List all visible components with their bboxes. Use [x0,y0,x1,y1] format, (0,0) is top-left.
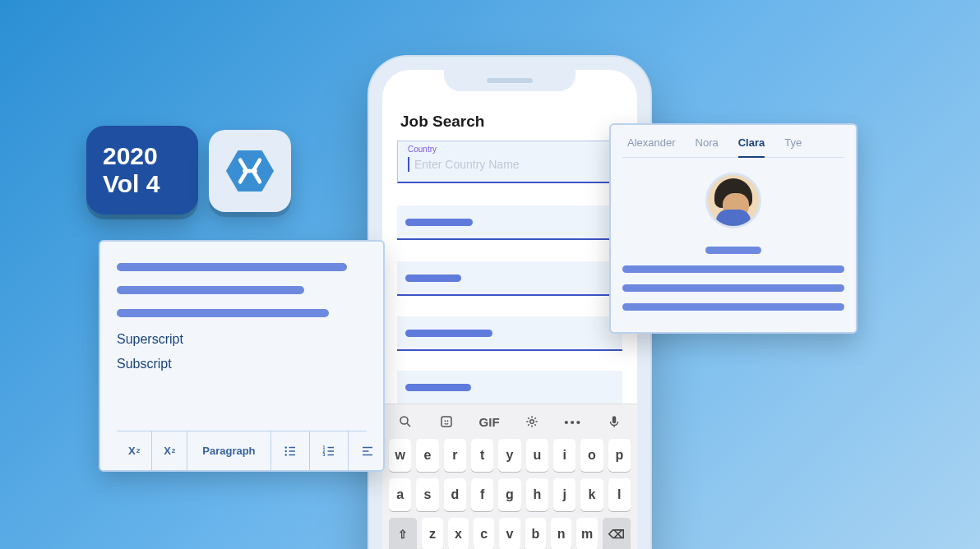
badge-year: 2020 [103,142,198,171]
superscript-button[interactable]: X2 [152,431,187,470]
keyboard: GIF ••• wertyuiop asdfghjkl ⇧zxcvbnm⌫ [382,404,637,549]
mic-icon[interactable] [606,414,622,429]
more-icon[interactable]: ••• [565,415,581,429]
tab-clara[interactable]: Clara [738,136,765,158]
editor-item-subscript[interactable]: Subscript [117,357,367,371]
bullet-list-icon[interactable] [271,431,310,470]
placeholder-line [705,247,761,254]
svg-point-1 [400,417,408,424]
country-input[interactable]: Country Enter Country Name [397,141,622,183]
svg-point-9 [284,450,286,451]
release-badge: 2020 Vol 4 [86,126,198,215]
key-h[interactable]: h [526,478,548,511]
xamarin-icon [223,144,277,198]
key-j[interactable]: j [553,478,576,511]
sticker-icon[interactable] [438,414,455,429]
avatar [705,173,761,228]
country-label: Country [408,145,615,154]
placeholder-line [622,303,844,311]
svg-point-8 [284,446,286,448]
key-w[interactable]: w [389,439,411,472]
editor-card: Superscript Subscript X2 X2 Paragraph 12… [99,240,385,472]
key-g[interactable]: g [498,478,520,511]
svg-rect-7 [612,416,617,423]
search-icon[interactable] [397,414,414,429]
keyboard-row: asdfghjkl [382,478,637,511]
key-v[interactable]: v [499,518,520,549]
key-d[interactable]: d [444,478,466,511]
keyboard-row: wertyuiop [382,439,637,472]
country-placeholder: Enter Country Name [408,157,615,172]
key-t[interactable]: t [471,439,493,472]
svg-point-5 [446,420,448,422]
form-row[interactable] [397,205,622,240]
key-o[interactable]: o [580,439,603,472]
subscript-button[interactable]: X2 [117,431,152,470]
placeholder-line [117,309,329,317]
tab-alexander[interactable]: Alexander [627,136,676,149]
phone-screen: Job Search Country Enter Country Name GI… [382,70,637,549]
keyboard-toolbar: GIF ••• [382,404,637,439]
form-row[interactable] [397,371,622,405]
key-u[interactable]: u [526,439,548,472]
key-c[interactable]: c [474,518,494,549]
tab-tye[interactable]: Tye [784,136,802,149]
tabs-card: Alexander Nora Clara Tye [609,123,858,334]
form-row[interactable] [397,261,622,296]
svg-point-6 [530,420,534,424]
gear-icon[interactable] [524,414,540,429]
key-p[interactable]: p [608,439,631,472]
phone-frame: Job Search Country Enter Country Name GI… [369,57,650,549]
key-b[interactable]: b [525,518,546,549]
svg-point-4 [444,420,446,422]
tab-nora[interactable]: Nora [696,136,719,149]
key-e[interactable]: e [416,439,438,472]
shift-key[interactable]: ⇧ [389,518,417,549]
badge-volume: Vol 4 [103,170,198,199]
form-row[interactable] [397,316,622,351]
svg-rect-3 [441,417,451,427]
numbered-list-icon[interactable]: 123 [310,431,349,470]
svg-line-2 [407,423,410,427]
key-r[interactable]: r [444,439,466,472]
editor-toolbar: X2 X2 Paragraph 123 [117,431,367,470]
key-a[interactable]: a [389,478,411,511]
svg-point-10 [284,454,286,455]
placeholder-line [117,263,347,271]
key-n[interactable]: n [551,518,571,549]
gif-button[interactable]: GIF [479,415,500,429]
editor-item-superscript[interactable]: Superscript [117,332,367,347]
tab-bar: Alexander Nora Clara Tye [622,131,844,158]
key-s[interactable]: s [416,478,438,511]
placeholder-line [117,286,304,294]
key-x[interactable]: x [448,518,469,549]
key-k[interactable]: k [580,478,603,511]
paragraph-button[interactable]: Paragraph [187,431,270,470]
key-y[interactable]: y [498,439,520,472]
key-i[interactable]: i [553,439,576,472]
keyboard-row: ⇧zxcvbnm⌫ [382,518,637,549]
placeholder-line [622,284,844,292]
app-title: Job Search [400,113,484,131]
placeholder-line [622,265,844,273]
align-left-icon[interactable] [349,431,386,470]
phone-notch [444,70,576,91]
key-f[interactable]: f [471,478,493,511]
xamarin-icon-tile [209,130,291,212]
key-z[interactable]: z [422,518,442,549]
backspace-key[interactable]: ⌫ [603,518,631,549]
svg-text:3: 3 [322,452,325,457]
key-l[interactable]: l [608,478,631,511]
key-m[interactable]: m [576,518,597,549]
